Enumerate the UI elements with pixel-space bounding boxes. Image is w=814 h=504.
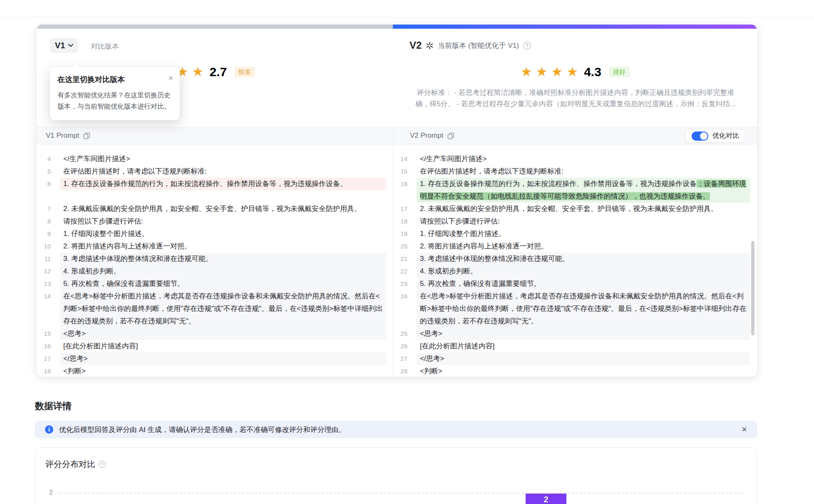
copy-icon — [447, 132, 454, 139]
code-line: 14</生产车间图片描述> — [393, 153, 757, 165]
v1-version-label: V1 — [55, 41, 65, 50]
chart-help-icon[interactable]: ? — [99, 461, 106, 468]
code-text: 2. 未佩戴应佩戴的安全防护用具，如安全帽、安全手套、护目镜等，视为未佩戴安全防… — [60, 203, 386, 215]
code-text: [在此分析图片描述内容] — [417, 340, 750, 353]
line-number: 26 — [393, 340, 407, 353]
compare-version-label: 对比版本 — [91, 42, 119, 51]
tooltip-close-icon[interactable]: × — [168, 73, 173, 83]
version-switch-tooltip: 在这里切换对比版本 × 有多次智能优化结果？在这里切换历史版本，与当前智能优化版… — [50, 67, 180, 120]
line-number: 27 — [393, 353, 407, 365]
code-text: <判断> — [417, 365, 750, 377]
line-number: 23 — [393, 278, 407, 290]
y-axis-tick: 2 — [43, 489, 53, 497]
code-line: 202. 将图片描述内容与上述标准逐一对照。 — [393, 240, 757, 253]
v2-prompt-header: V2 Prompt 优化对比 — [393, 127, 757, 144]
code-text: 在<思考>标签中分析图片描述，考虑其是否存在违规操作设备和未佩戴安全防护用具的情… — [60, 290, 386, 328]
v1-score-badge: 较差 — [234, 67, 255, 77]
optimize-compare-toggle[interactable]: 优化对比 — [685, 129, 745, 143]
code-line: 172. 未佩戴应佩戴的安全防护用具，如安全帽、安全手套、护目镜等，视为未佩戴安… — [393, 203, 757, 215]
code-text: 1. 仔细阅读整个图片描述。 — [417, 228, 750, 240]
line-number: 12 — [37, 265, 51, 278]
line-number: 14 — [393, 153, 407, 165]
copy-icon — [83, 132, 90, 139]
banner-text: 优化后模型回答及评分由 AI 生成，请确认评分是否准确，若不准确可修改评分和评分… — [59, 425, 736, 434]
card-top-color-bar — [37, 25, 757, 29]
help-icon[interactable]: ? — [523, 42, 531, 50]
code-line: 18请按照以下步骤进行评估: — [393, 215, 757, 228]
code-line: 8请按照以下步骤进行评估: — [37, 215, 393, 228]
v2-rating: ★★★★ 4.3 很好 — [521, 64, 630, 80]
line-number: 9 — [37, 228, 51, 240]
chart-bar-label: 2 — [526, 495, 566, 504]
v1-version-select[interactable]: V1 — [50, 38, 78, 53]
card-header: V1 对比版本 ★★★ 2.7 较差 在这里切换对比版本 × 有多次智能优化结果… — [37, 29, 757, 127]
v2-stars: ★★★★ — [521, 65, 578, 79]
code-line: 113. 考虑描述中体现的整体情况和潜在违规可能。 — [37, 253, 393, 265]
v1-prompt-content: 4</生产车间图片描述>5在评估图片描述时，请考虑以下违规判断标准:61. 存在… — [37, 144, 393, 377]
code-line: 14在<思考>标签中分析图片描述，考虑其是否存在违规操作设备和未佩戴安全防护用具… — [37, 290, 393, 328]
v1-prompt-label: V1 Prompt — [46, 132, 79, 140]
code-line: 27</思考> — [393, 353, 757, 365]
line-number: 5 — [37, 165, 51, 178]
code-line: 161. 存在违反设备操作规范的行为，如未按流程操作、操作禁用设备等，视为违规操… — [393, 178, 757, 203]
line-number: 21 — [393, 253, 407, 265]
code-line: 5在评估图片描述时，请考虑以下违规判断标准: — [37, 165, 393, 178]
code-text: 1. 存在违反设备操作规范的行为，如未按流程操作、操作禁用设备等，视为违规操作设… — [417, 178, 750, 203]
v2-status-label: 当前版本 (智能优化于 V1) — [438, 41, 519, 50]
line-number: 25 — [393, 328, 407, 340]
line-number: 8 — [37, 215, 51, 228]
line-number: 10 — [37, 240, 51, 253]
v2-copy-button[interactable] — [447, 132, 454, 139]
scrollbar-thumb[interactable] — [751, 241, 754, 335]
code-text: <思考> — [417, 328, 750, 340]
score-distribution-card: 评分分布对比 ? 2 2 — [35, 447, 757, 504]
code-line: 61. 存在违反设备操作规范的行为，如未按流程操作、操作禁用设备等，视为违规操作… — [37, 178, 393, 190]
line-number: 15 — [37, 328, 51, 340]
code-line: 24在<思考>标签中分析图片描述，考虑其是否存在违规操作设备和未佩戴安全防护用具… — [393, 290, 757, 328]
v1-score: 2.7 — [209, 65, 227, 79]
code-line: 4</生产车间图片描述> — [37, 153, 393, 165]
ai-notice-banner: i 优化后模型回答及评分由 AI 生成，请确认评分是否准确，若不准确可修改评分和… — [35, 421, 757, 438]
code-text: 5. 再次检查，确保没有遗漏重要细节。 — [60, 278, 386, 290]
line-number: 13 — [37, 278, 51, 290]
banner-close-icon[interactable]: × — [742, 424, 747, 435]
v1-copy-button[interactable] — [83, 132, 90, 139]
code-text: 请按照以下步骤进行评估: — [417, 215, 750, 228]
code-text: <判断> — [60, 365, 386, 377]
code-text: </思考> — [417, 353, 750, 365]
tooltip-title: 在这里切换对比版本 — [57, 74, 172, 84]
code-text: 1. 存在违反设备操作规范的行为，如未按流程操作、操作禁用设备等，视为违规操作设… — [60, 178, 386, 190]
chevron-down-icon — [68, 44, 73, 47]
code-line: 15<思考> — [37, 328, 393, 340]
line-number: 14 — [37, 290, 51, 328]
line-number: 17 — [393, 203, 407, 215]
chart-bar: 2 — [526, 494, 566, 504]
code-line: 18<判断> — [37, 365, 393, 377]
v2-title-row: V2 当前版本 (智能优化于 V1) ? — [409, 40, 531, 51]
code-text: 在<思考>标签中分析图片描述，考虑其是否存在违规操作设备和未佩戴安全防护用具的情… — [417, 290, 750, 328]
line-number: 28 — [393, 365, 407, 377]
line-number: 18 — [37, 365, 51, 377]
code-text: 4. 形成初步判断。 — [60, 265, 386, 278]
v2-version-label: V2 — [409, 40, 422, 51]
line-number: 15 — [393, 165, 407, 178]
page-header-divider — [0, 17, 814, 17]
code-text: <思考> — [60, 328, 386, 340]
line-number: 16 — [37, 340, 51, 353]
code-line: 213. 考虑描述中体现的整体情况和潜在违规可能。 — [393, 253, 757, 265]
line-number: 24 — [393, 290, 407, 328]
code-line: 91. 仔细阅读整个图片描述。 — [37, 228, 393, 240]
code-line: 17</思考> — [37, 353, 393, 365]
v1-color-bar — [37, 25, 393, 29]
line-number: 19 — [393, 228, 407, 240]
code-line: 124. 形成初步判断。 — [37, 265, 393, 278]
data-details-heading: 数据详情 — [35, 400, 72, 412]
v2-color-bar — [393, 25, 757, 29]
code-text: 在评估图片描述时，请考虑以下违规判断标准: — [417, 165, 750, 178]
line-number: 6 — [37, 178, 51, 190]
toggle-switch-on[interactable] — [692, 132, 708, 141]
v2-prompt-label: V2 Prompt — [410, 132, 443, 140]
info-icon: i — [45, 425, 53, 434]
code-line: 135. 再次检查，确保没有遗漏重要细节。 — [37, 278, 393, 290]
code-text: 1. 仔细阅读整个图片描述。 — [60, 228, 386, 240]
